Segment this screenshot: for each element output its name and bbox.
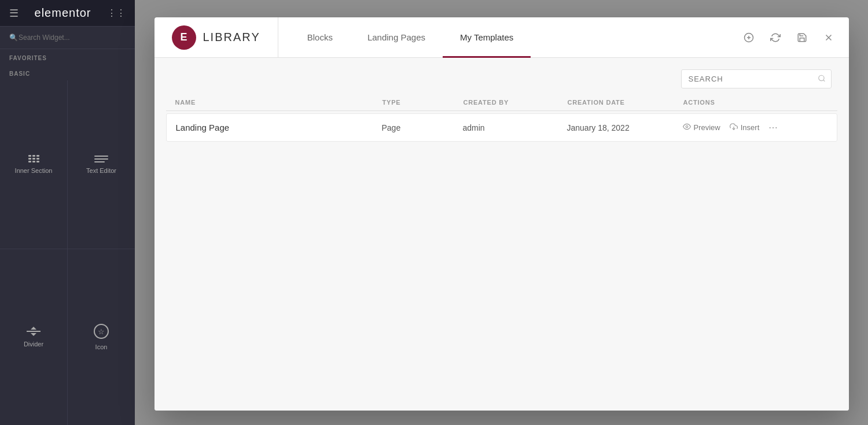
table-header: NAME TYPE CREATED BY CREATION DATE ACTIO…	[166, 94, 837, 111]
search-widget-input[interactable]	[7, 31, 128, 44]
divider-icon	[27, 327, 41, 336]
col-header-creation-date: CREATION DATE	[568, 99, 683, 106]
template-name: Landing Page	[176, 123, 382, 132]
inner-section-icon	[28, 155, 39, 162]
upload-button[interactable]	[740, 29, 757, 46]
text-editor-icon	[94, 156, 108, 162]
divider-label: Divider	[24, 341, 43, 348]
modal-tabs: Blocks Landing Pages My Templates	[278, 17, 729, 57]
widget-inner-section[interactable]: Inner Section	[0, 80, 67, 249]
search-widget-area: 🔍	[0, 27, 135, 49]
elementor-sidebar: ☰ elementor ⋮⋮ 🔍 FAVORITES BASIC Inner S…	[0, 0, 135, 425]
svg-point-5	[818, 75, 823, 80]
col-header-type: TYPE	[382, 99, 464, 106]
text-editor-label: Text Editor	[86, 167, 116, 174]
modal-header: E LIBRARY Blocks Landing Pages My Templa…	[155, 17, 849, 58]
template-creation-date: January 18, 2022	[567, 123, 683, 132]
tab-blocks[interactable]: Blocks	[290, 18, 350, 58]
icon-label: Icon	[95, 343, 108, 350]
col-header-name: NAME	[175, 99, 382, 106]
library-title: LIBRARY	[203, 31, 260, 44]
preview-button[interactable]: Preview	[683, 123, 720, 132]
col-header-created-by: CREATED BY	[464, 99, 568, 106]
modal-body: NAME TYPE CREATED BY CREATION DATE ACTIO…	[155, 58, 849, 411]
preview-icon	[683, 123, 691, 132]
preview-label: Preview	[694, 123, 720, 132]
insert-icon	[730, 123, 738, 132]
search-widget-icon: 🔍	[9, 34, 18, 42]
svg-point-7	[686, 125, 688, 128]
insert-button[interactable]: Insert	[730, 123, 760, 132]
library-modal: E LIBRARY Blocks Landing Pages My Templa…	[155, 17, 849, 411]
widgets-grid: Inner Section Text Editor Divider	[0, 80, 135, 425]
template-actions: Preview Insert	[683, 122, 827, 133]
close-button[interactable]	[820, 29, 837, 46]
hamburger-icon[interactable]: ☰	[9, 7, 19, 20]
more-options-button[interactable]: ⋯	[768, 122, 778, 133]
brand-logo: E	[172, 25, 196, 50]
favorites-label: FAVORITES	[0, 49, 135, 65]
template-search-icon	[818, 74, 826, 84]
basic-label: BASIC	[0, 65, 135, 80]
save-button[interactable]	[793, 29, 811, 46]
widget-text-editor[interactable]: Text Editor	[68, 80, 135, 249]
template-created-by: admin	[463, 123, 567, 132]
table-row: Landing Page Page admin January 18, 2022	[166, 113, 837, 142]
template-search-input[interactable]	[681, 69, 832, 88]
widget-icon[interactable]: ☆ Icon	[68, 249, 135, 425]
elementor-logo: elementor	[35, 6, 91, 20]
widget-divider[interactable]: Divider	[0, 249, 67, 425]
modal-header-actions	[729, 17, 849, 57]
svg-line-6	[823, 80, 825, 82]
inner-section-label: Inner Section	[15, 167, 53, 174]
star-icon: ☆	[94, 324, 109, 339]
grid-icon[interactable]: ⋮⋮	[107, 8, 126, 19]
insert-label: Insert	[741, 123, 760, 132]
templates-table: NAME TYPE CREATED BY CREATION DATE ACTIO…	[155, 94, 849, 411]
sidebar-header: ☰ elementor ⋮⋮	[0, 0, 135, 27]
sync-button[interactable]	[767, 29, 784, 46]
modal-brand: E LIBRARY	[155, 17, 278, 57]
tab-landing-pages[interactable]: Landing Pages	[350, 18, 443, 58]
modal-overlay: E LIBRARY Blocks Landing Pages My Templa…	[135, 0, 868, 425]
main-area: E LIBRARY Blocks Landing Pages My Templa…	[135, 0, 868, 425]
tab-my-templates[interactable]: My Templates	[443, 18, 531, 58]
search-bar	[155, 58, 849, 94]
col-header-actions: ACTIONS	[683, 99, 828, 106]
template-type: Page	[382, 123, 463, 132]
